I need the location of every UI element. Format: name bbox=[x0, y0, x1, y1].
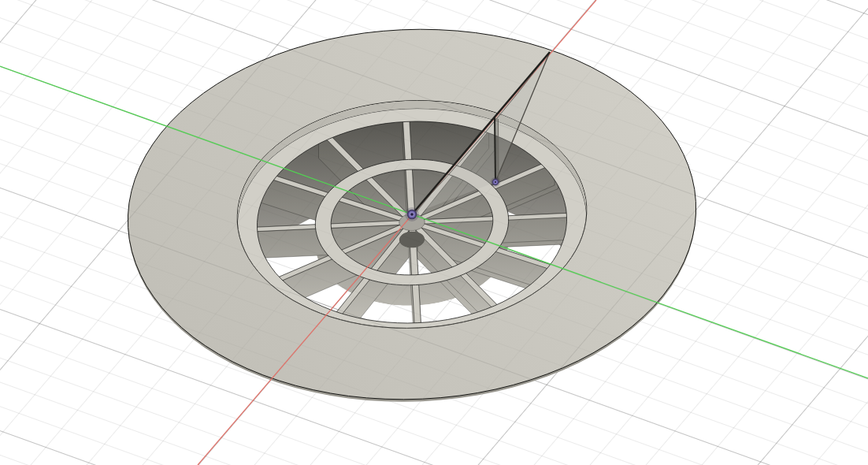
origin-point-ring[interactable] bbox=[410, 213, 414, 216]
fin-post-twin-edge bbox=[499, 119, 499, 181]
viewport-canvas[interactable] bbox=[0, 0, 868, 465]
viewport-svg bbox=[0, 0, 868, 465]
sketch-point[interactable] bbox=[491, 177, 500, 187]
sketch-point-ring[interactable] bbox=[495, 181, 496, 183]
fin-vertical-edge[interactable] bbox=[495, 117, 495, 182]
origin-point[interactable] bbox=[405, 207, 419, 221]
